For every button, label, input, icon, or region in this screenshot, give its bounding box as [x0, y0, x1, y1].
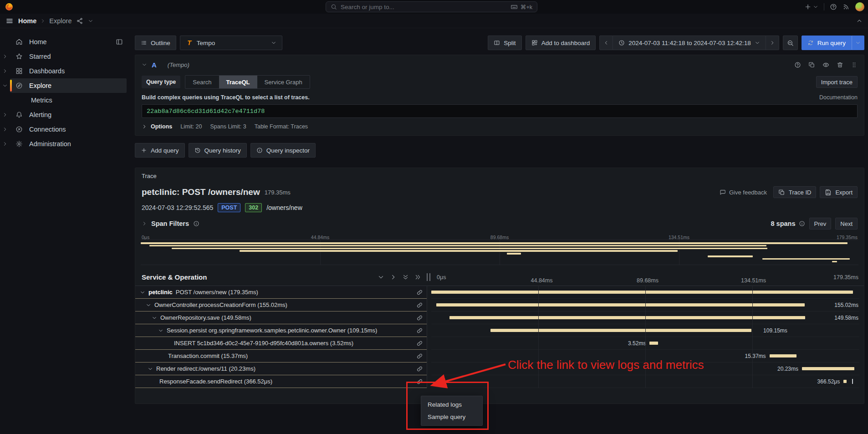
- span-duration-bar[interactable]: [449, 316, 805, 319]
- tab-service-graph[interactable]: Service Graph: [257, 76, 310, 88]
- share-icon[interactable]: [76, 17, 83, 25]
- span-duration-bar[interactable]: [802, 367, 854, 370]
- span-link-icon[interactable]: [416, 365, 423, 372]
- prev-span-button[interactable]: Prev: [809, 218, 832, 230]
- tab-search[interactable]: Search: [185, 76, 219, 88]
- span-timeline-cell[interactable]: 155.02ms: [431, 299, 859, 311]
- span-duration-bar[interactable]: [649, 342, 658, 345]
- span-timeline-cell[interactable]: 366.52μs: [431, 375, 859, 388]
- query-inspector-button[interactable]: Query inspector: [250, 143, 316, 158]
- chevron-right-icon[interactable]: [0, 68, 10, 74]
- chevron-down-icon[interactable]: [0, 83, 10, 88]
- column-resize-handle[interactable]: [427, 273, 430, 281]
- user-avatar[interactable]: [855, 2, 864, 11]
- expand-all-icon[interactable]: [414, 274, 421, 281]
- chevron-down-icon[interactable]: [152, 315, 157, 321]
- time-shift-back-button[interactable]: [599, 36, 613, 50]
- span-link-icon[interactable]: [416, 378, 423, 385]
- options-toggle[interactable]: Options: [142, 123, 172, 130]
- span-name-cell[interactable]: petclinicPOST /owners/new (179.35ms): [135, 286, 427, 299]
- chevron-right-icon[interactable]: [0, 141, 10, 147]
- span-name-cell[interactable]: ResponseFacade.sendRedirect (366.52μs): [135, 375, 427, 388]
- duplicate-query-icon[interactable]: [808, 61, 815, 68]
- span-name-cell[interactable]: Session.persist org.springframework.samp…: [135, 324, 427, 337]
- tab-traceql[interactable]: TraceQL: [219, 76, 257, 88]
- add-query-button[interactable]: Add query: [135, 143, 185, 158]
- sidebar-item-metrics[interactable]: Metrics: [10, 93, 127, 107]
- chevron-down-icon[interactable]: [146, 302, 151, 308]
- context-menu-item-sample-query[interactable]: Sample query: [421, 411, 482, 423]
- new-button[interactable]: [804, 3, 818, 10]
- span-link-icon[interactable]: [416, 340, 423, 347]
- span-duration-bar[interactable]: [436, 303, 804, 306]
- span-duration-bar[interactable]: [431, 291, 853, 294]
- span-timeline-cell[interactable]: 20.23ms: [431, 363, 859, 375]
- sidebar-item-alerting[interactable]: Alerting: [10, 107, 127, 122]
- span-timeline-cell[interactable]: 15.37ms: [431, 350, 859, 363]
- span-link-icon[interactable]: [416, 352, 423, 359]
- drag-handle-icon[interactable]: [851, 61, 858, 68]
- export-button[interactable]: Export: [820, 186, 858, 198]
- span-name-cell[interactable]: OwnerController.processCreationForm (155…: [135, 299, 427, 311]
- sidebar-item-explore[interactable]: Explore: [10, 78, 127, 93]
- sidebar-item-dashboards[interactable]: Dashboards: [10, 64, 127, 78]
- sidebar-item-connections[interactable]: Connections: [10, 122, 127, 137]
- time-range-button[interactable]: 2024-07-03 11:42:18 to 2024-07-03 12:42:…: [613, 36, 766, 50]
- give-feedback-link[interactable]: Give feedback: [720, 189, 767, 196]
- import-trace-button[interactable]: Import trace: [816, 76, 858, 88]
- span-name-cell[interactable]: Render redirect:/owners/11 (20.23ms): [135, 363, 427, 375]
- chevron-down-icon[interactable]: [148, 366, 153, 372]
- trace-panel-title[interactable]: Trace: [135, 168, 864, 184]
- query-history-button[interactable]: Query history: [189, 143, 247, 158]
- dock-sidebar-icon[interactable]: [116, 38, 123, 46]
- span-duration-bar[interactable]: [843, 380, 847, 383]
- time-shift-forward-button[interactable]: [766, 36, 779, 50]
- span-link-icon[interactable]: [416, 327, 423, 334]
- add-to-dashboard-button[interactable]: Add to dashboard: [526, 36, 596, 50]
- chevron-right-icon[interactable]: [0, 54, 10, 59]
- breadcrumb-current[interactable]: Explore: [49, 17, 71, 25]
- sidebar-item-administration[interactable]: Administration: [10, 137, 127, 151]
- span-link-icon[interactable]: [416, 314, 423, 321]
- query-help-icon[interactable]: [794, 61, 801, 68]
- datasource-picker[interactable]: T Tempo: [180, 36, 282, 50]
- chevron-down-icon[interactable]: [88, 18, 93, 24]
- next-span-button[interactable]: Next: [835, 218, 858, 230]
- run-query-interval-button[interactable]: [852, 36, 864, 50]
- breadcrumb-home[interactable]: Home: [18, 17, 36, 25]
- span-duration-bar[interactable]: [770, 354, 797, 357]
- chevron-right-icon[interactable]: [0, 112, 10, 117]
- chevron-right-icon[interactable]: [0, 127, 10, 132]
- collapse-query-icon[interactable]: [142, 62, 147, 67]
- span-timeline-cell[interactable]: 109.15ms: [431, 324, 859, 337]
- span-name-cell[interactable]: Transaction.commit (15.37ms): [135, 350, 427, 363]
- collapse-top-icon[interactable]: [856, 18, 863, 24]
- span-link-icon[interactable]: [416, 289, 423, 296]
- collapse-all-icon[interactable]: [402, 274, 409, 281]
- span-link-icon[interactable]: [416, 301, 423, 308]
- context-menu-item-related-logs[interactable]: Related logs: [421, 398, 482, 411]
- chevron-down-icon[interactable]: [140, 290, 145, 295]
- minimap-canvas[interactable]: [141, 240, 858, 265]
- sidebar-item-home[interactable]: Home: [10, 35, 127, 49]
- documentation-link[interactable]: Documentation: [819, 94, 858, 101]
- search-input[interactable]: Search or jump to... ⌘+k: [326, 1, 537, 12]
- span-duration-bar[interactable]: [490, 329, 751, 332]
- query-ref-id[interactable]: A: [152, 61, 157, 69]
- grafana-logo[interactable]: [5, 2, 14, 11]
- span-timeline-cell[interactable]: [431, 286, 859, 299]
- span-name-cell[interactable]: INSERT 5c1bd346-d0c2-45e7-9190-d95fc40d8…: [135, 337, 427, 350]
- disable-query-icon[interactable]: [822, 61, 829, 68]
- trace-id-button[interactable]: Trace ID: [773, 186, 816, 198]
- collapse-one-icon[interactable]: [378, 274, 384, 281]
- news-icon[interactable]: [842, 3, 850, 10]
- traceql-query-input[interactable]: 22ab8a7d86c6cd31d61d42c7e4711d78: [142, 104, 858, 118]
- trace-minimap[interactable]: 0μs44.84ms89.68ms134.51ms179.35ms: [135, 233, 864, 265]
- delete-query-icon[interactable]: [837, 61, 843, 68]
- span-timeline-cell[interactable]: 149.58ms: [431, 311, 859, 324]
- time-zoom-out-button[interactable]: [783, 36, 798, 50]
- chevron-down-icon[interactable]: [158, 328, 163, 333]
- split-button[interactable]: Split: [488, 36, 521, 50]
- expand-one-icon[interactable]: [390, 274, 397, 281]
- sidebar-item-starred[interactable]: Starred: [10, 49, 127, 64]
